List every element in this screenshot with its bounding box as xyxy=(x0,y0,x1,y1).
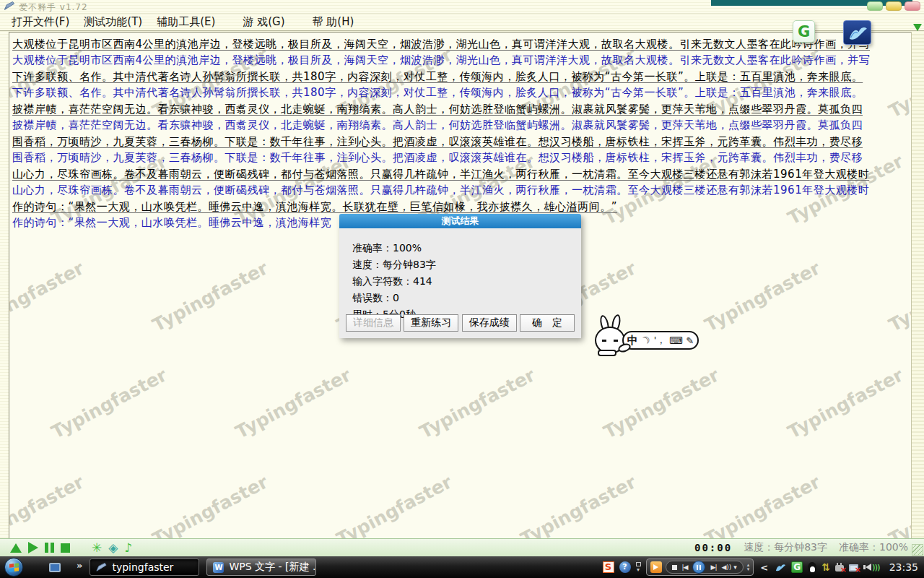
ok-button[interactable]: 确 定 xyxy=(520,314,575,332)
target-text-line: 下许多联额、名作。其中清代著名诗人孙髯翁所撰长联，共180字，内容深刻，对仗工整… xyxy=(12,69,910,85)
music-note-icon[interactable]: ♪ xyxy=(124,542,132,554)
media-volume-icon[interactable]: ◀)) ▾ xyxy=(721,564,736,571)
typed-text-line: 山心力，尽珠帘画栋。卷不及暮雨朝云，便断碣残碑，都付与苍烟落照。只赢得几杵疏钟，… xyxy=(12,182,910,198)
blue-bird-gadget-icon[interactable] xyxy=(843,20,871,45)
tray-power-icon[interactable]: × xyxy=(835,563,844,571)
accuracy-stat: 准确率：100% xyxy=(352,240,581,256)
media-player-toolbar: |◀ ▶| ◀)) ▾ ▴▾ xyxy=(646,558,754,576)
watermark-text: Typingfaster xyxy=(149,257,271,335)
typed-text-line: 披襟岸帻，喜茫茫空阔无边。看东骧神骏，西翥灵仪，北走蜿蜒，南翔缟素。高人韵士，何… xyxy=(12,117,910,133)
menu-open-file[interactable]: 打开文件(F) xyxy=(4,14,77,30)
dialog-title[interactable]: 测试结果 xyxy=(339,214,581,228)
ime-fullwidth-icon[interactable]: ☽ xyxy=(639,333,653,348)
watermark-text: Typingfaster xyxy=(518,471,640,538)
menu-aux-tools[interactable]: 辅助工具(E) xyxy=(149,14,222,30)
menu-help[interactable]: 帮 助(H) xyxy=(305,14,362,30)
tray-network-icon[interactable]: × xyxy=(849,563,858,571)
green-g-letter: G xyxy=(798,23,810,40)
close-button[interactable] xyxy=(905,1,920,11)
watermark-text: Typingfaster xyxy=(601,364,723,442)
details-button[interactable]: 详细信息 xyxy=(346,314,401,332)
watermark-text: Typingfaster xyxy=(9,471,87,538)
tray-green-g-icon[interactable]: G xyxy=(791,561,803,573)
task-button-wps[interactable]: W WPS 文字 - [新建 ... xyxy=(206,558,316,576)
ime-toolbar: 中 ☽ '， ⌨ ✎ xyxy=(593,315,700,357)
media-next-icon[interactable]: ▶| xyxy=(710,564,716,571)
menu-bar: 打开文件(F) 测试功能(T) 辅助工具(E) 游 戏(G) 帮 助(H) xyxy=(0,13,924,31)
minimize-button[interactable] xyxy=(867,1,883,11)
speed-stat: 速度：每分钟83字 xyxy=(352,256,581,273)
windows-logo-icon xyxy=(9,563,19,571)
task-button-typingfaster[interactable]: typingfaster xyxy=(90,558,199,576)
watermark-text: Typingfaster xyxy=(886,257,911,335)
watermark-text: Typingfaster xyxy=(149,471,271,538)
target-text-line: 大观楼位于昆明市区西南4公里的滇池岸边，登楼远眺，极目所及，海阔天空，烟波浩渺，… xyxy=(12,36,910,52)
help-cube-icon[interactable]: ◈ xyxy=(108,542,118,554)
timer-display: 00:00 xyxy=(694,542,732,553)
watermark-text: Typingfaster xyxy=(702,471,824,538)
typed-text-line: 下许多联额、名作。其中清代著名诗人孙髯翁所撰长联，共180字，内容深刻，对仗工整… xyxy=(12,85,910,100)
tray-sync-arrows-icon[interactable]: ⇅ xyxy=(821,561,830,573)
watermark-text: Typingfaster xyxy=(417,364,539,442)
menu-test-function[interactable]: 测试功能(T) xyxy=(77,14,149,30)
target-text-line: 围香稻，万顷晴沙，九夏芙蓉，三春杨柳。下联是：数千年往事，注到心头。把酒凌虚，叹… xyxy=(12,134,910,150)
bottom-toolbar: ✳ ◈ ♪ 00:00 速度：每分钟83字 准确率：100% xyxy=(0,538,924,556)
retry-button[interactable]: 重新练习 xyxy=(404,314,458,332)
media-launch-icon[interactable] xyxy=(650,561,662,573)
stop-icon[interactable] xyxy=(61,543,70,553)
quick-launch-expand-icon[interactable]: » xyxy=(77,560,82,571)
bird-icon xyxy=(847,24,868,41)
tray-sogou-icon[interactable]: S xyxy=(603,561,614,573)
target-text-line: 山心力，尽珠帘画栋。卷不及暮雨朝云，便断碣残碑，都付与苍烟落照。只赢得几杵疏钟，… xyxy=(12,166,910,182)
menu-game[interactable]: 游 戏(G) xyxy=(235,14,292,30)
errors-stat: 错误数：0 xyxy=(352,290,581,306)
pause-icon[interactable] xyxy=(45,543,54,553)
save-score-button[interactable]: 保存成绩 xyxy=(462,314,517,332)
scroll-down-icon[interactable] xyxy=(913,24,922,31)
ime-tools-icon[interactable]: ✎ xyxy=(686,335,694,346)
resize-grip[interactable] xyxy=(912,544,923,556)
tray-volume-icon[interactable]: ))) xyxy=(863,564,880,571)
tray-restore-icon[interactable]: ▾ xyxy=(636,562,641,572)
taskbar: » typingfaster W WPS 文字 - [新建 ... S ? ▾ … xyxy=(0,556,924,578)
watermark-text: Typingfaster xyxy=(785,364,907,442)
media-previous-icon[interactable]: |◀ xyxy=(682,564,688,571)
start-button[interactable] xyxy=(4,558,23,577)
tray-bird-icon[interactable] xyxy=(775,562,786,572)
watermark-text: Typingfaster xyxy=(9,257,87,335)
target-text-line: 作的诗句：“果然一大观，山水唤凭栏。睡佛云中逸，滇池海样宽。长联犹在壁，巨笔信如… xyxy=(12,199,910,215)
ime-keyboard-icon[interactable]: ⌨ xyxy=(669,335,683,346)
green-browser-gadget-icon[interactable]: G xyxy=(793,20,815,43)
results-dialog: 测试结果 准确率：100% 速度：每分钟83字 输入字符数：414 错误数：0 … xyxy=(339,214,581,338)
media-restore-icon[interactable]: ▴▾ xyxy=(747,563,750,571)
show-desktop-icon[interactable] xyxy=(49,563,61,572)
typingfaster-pen-icon xyxy=(96,562,107,573)
watermark-text: Typingfaster xyxy=(232,364,354,442)
taskbar-clock: 23:35 xyxy=(889,561,918,573)
task-button-label: WPS 文字 - [新建 ... xyxy=(229,561,316,574)
typed-text-line: 大观楼位于昆明市区西南4公里的滇池岸边，登楼远眺，极目所及，海阔天空，烟波浩渺，… xyxy=(12,52,910,68)
eject-icon[interactable] xyxy=(10,543,22,553)
ime-punctuation-icon[interactable]: '， xyxy=(654,334,666,347)
settings-flower-icon[interactable]: ✳ xyxy=(92,542,102,554)
media-stop-icon[interactable] xyxy=(672,565,677,570)
maximize-button[interactable] xyxy=(886,1,902,11)
watermark-text: Typingfaster xyxy=(48,364,170,442)
media-pause-icon[interactable] xyxy=(692,561,705,574)
window-title: 爱不释手 v1.72 xyxy=(19,1,88,14)
play-icon[interactable] xyxy=(28,542,38,553)
chars-stat: 输入字符数：414 xyxy=(352,273,581,290)
watermark-text: Typingfaster xyxy=(334,471,456,538)
wps-icon: W xyxy=(213,562,224,573)
target-text-line: 披襟岸帻，喜茫茫空阔无边。看东骧神骏，西翥灵仪，北走蜿蜒，南翔缟素。高人韵士，何… xyxy=(12,101,910,117)
window-titlebar: 爱不释手 v1.72 xyxy=(0,0,924,13)
tray-collapse-icon[interactable]: < xyxy=(760,562,768,573)
watermark-text: Typingfaster xyxy=(702,257,824,335)
vertical-scrollbar[interactable] xyxy=(911,32,924,538)
app-pen-icon xyxy=(4,1,15,12)
tray-qq-penguin-icon[interactable] xyxy=(808,562,816,573)
watermark-text: Typingfaster xyxy=(886,471,911,538)
accuracy-status: 准确率：100% xyxy=(839,541,908,554)
tray-help-icon[interactable]: ? xyxy=(619,561,631,573)
typed-text-line: 围香稻，万顷晴沙，九夏芙蓉，三春杨柳。下联是：数千年往事，注到心头。把酒凌虚，叹… xyxy=(12,150,910,165)
